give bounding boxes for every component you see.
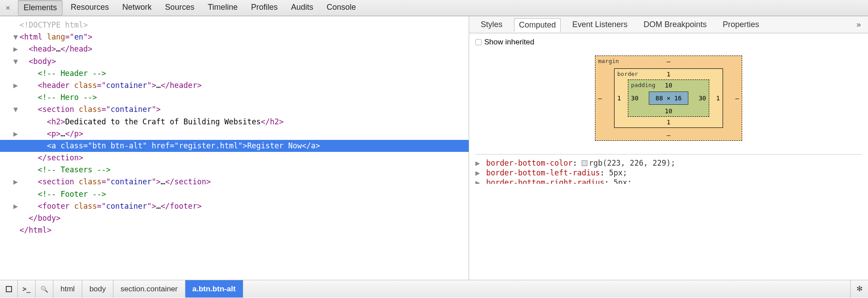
dom-line[interactable]: ▶ <section class="container">…</section> [0,176,469,188]
box-model-border[interactable]: border 1 1 1 1 padding 10 10 30 30 [614,68,723,128]
dom-line[interactable]: ▼ <section class="container"> [0,103,469,115]
show-inherited-row[interactable]: Show inherited [475,38,862,47]
dom-line[interactable]: ▼ <body> [0,56,469,68]
breadcrumb-bar: htmlbodysection.containera.btn.btn-alt ✻ [0,280,868,298]
tab-console[interactable]: Console [321,0,362,16]
search-icon[interactable] [36,280,53,298]
show-inherited-checkbox[interactable] [475,39,482,45]
show-inherited-label: Show inherited [484,38,534,47]
tab-network[interactable]: Network [117,0,157,16]
side-tab-properties[interactable]: Properties [718,18,764,31]
gear-icon[interactable]: ✻ [850,280,868,298]
side-tab-event-listeners[interactable]: Event Listeners [568,18,632,31]
side-tab-computed[interactable]: Computed [514,18,561,32]
dom-line[interactable]: </body> [0,212,469,224]
sidebar-tabs: StylesComputedEvent ListenersDOM Breakpo… [469,16,868,33]
computed-panel: Show inherited margin – – – – border 1 1 [469,33,868,280]
computed-properties: ▶ border-bottom-color: rgb(223, 226, 229… [475,154,862,184]
box-model[interactable]: margin – – – – border 1 1 1 1 padding [475,56,862,141]
computed-property[interactable]: ▶ border-bottom-left-radius: 5px; [475,168,862,178]
breadcrumb-item[interactable]: section.container [113,280,185,298]
tab-elements[interactable]: Elements [18,0,63,16]
dom-line[interactable]: <a class="btn btn-alt" href="register.ht… [0,140,469,152]
dom-line[interactable]: </section> [0,152,469,164]
breadcrumb-item[interactable]: body [82,280,113,298]
dock-icon[interactable] [0,280,18,298]
overflow-icon[interactable]: » [856,20,861,29]
main-split: <!DOCTYPE html>▼<html lang="en">▶ <head>… [0,16,868,280]
console-icon[interactable] [18,280,36,298]
elements-tree[interactable]: <!DOCTYPE html>▼<html lang="en">▶ <head>… [0,16,469,280]
dom-line[interactable]: ▶ <header class="container">…</header> [0,79,469,91]
toolbar-tabs: ElementsResourcesNetworkSourcesTimelineP… [18,0,362,16]
breadcrumb-item[interactable]: a.btn.btn-alt [185,280,243,298]
dom-line[interactable]: <h2>Dedicated to the Craft of Building W… [0,116,469,128]
dom-line[interactable]: <!-- Header --> [0,68,469,79]
close-icon[interactable]: ✕ [3,4,13,12]
computed-property[interactable]: ▶ border-bottom-color: rgb(223, 226, 229… [475,158,862,168]
side-tab-styles[interactable]: Styles [476,18,507,31]
breadcrumb-items: htmlbodysection.containera.btn.btn-alt [53,280,243,298]
tab-audits[interactable]: Audits [286,0,319,16]
dom-line[interactable]: <!-- Footer --> [0,188,469,200]
box-model-content[interactable]: 88 × 16 [649,91,688,105]
breadcrumb-item[interactable]: html [53,280,82,298]
dom-line[interactable]: ▶ <footer class="container">…</footer> [0,200,469,212]
box-model-padding[interactable]: padding 10 10 30 30 88 × 16 [628,79,709,117]
dom-line[interactable]: <!-- Teasers --> [0,164,469,176]
styles-sidebar: StylesComputedEvent ListenersDOM Breakpo… [469,16,868,280]
tab-sources[interactable]: Sources [160,0,200,16]
dom-line[interactable]: ▶ <p>…</p> [0,128,469,140]
box-model-margin[interactable]: margin – – – – border 1 1 1 1 padding [595,56,742,141]
devtools-toolbar: ✕ ElementsResourcesNetworkSourcesTimelin… [0,0,868,16]
tab-profiles[interactable]: Profiles [246,0,283,16]
side-tab-dom-breakpoints[interactable]: DOM Breakpoints [639,18,711,31]
computed-property[interactable]: ▶ border-bottom-right-radius: 5px; [475,178,862,184]
dom-line[interactable]: ▶ <head>…</head> [0,43,469,55]
dom-line[interactable]: </html> [0,224,469,236]
dom-line[interactable]: <!-- Hero --> [0,91,469,103]
tab-timeline[interactable]: Timeline [202,0,243,16]
tab-resources[interactable]: Resources [65,0,114,16]
dom-line[interactable]: <!DOCTYPE html> [0,19,469,31]
dom-line[interactable]: ▼<html lang="en"> [0,31,469,43]
